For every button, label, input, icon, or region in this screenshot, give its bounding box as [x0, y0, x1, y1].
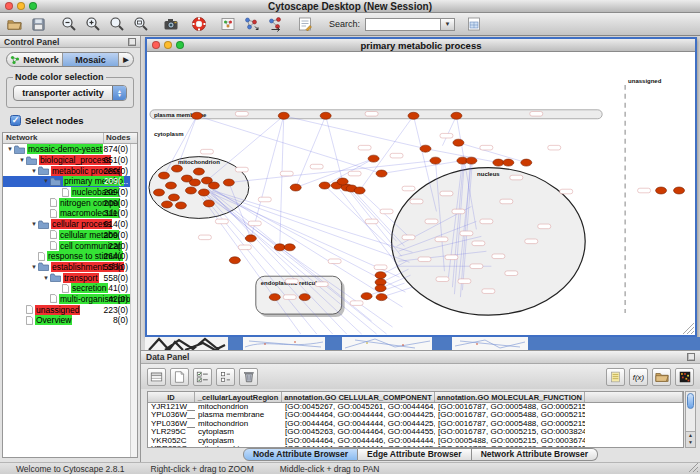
network-node[interactable]: [165, 182, 176, 189]
network-view-frame[interactable]: primary metabolic process plasma membran…: [145, 37, 697, 337]
table-cell[interactable]: [585, 437, 683, 445]
close-button[interactable]: [5, 2, 13, 10]
tab-overflow-arrow-icon[interactable]: ▶: [119, 53, 133, 66]
network-node[interactable]: [656, 187, 667, 194]
table-row[interactable]: YPL036W__2plasma membrane[GO:0044464, GO…: [148, 411, 683, 419]
network-node[interactable]: [319, 182, 330, 189]
save-icon[interactable]: [29, 15, 48, 34]
tree-item-response-to-stimulu[interactable]: response to stimulu264(0): [3, 251, 137, 262]
table-cell[interactable]: mitochondrion: [195, 420, 282, 428]
select-attributes-icon[interactable]: [193, 368, 212, 386]
disclosure-triangle-icon[interactable]: ▼: [30, 168, 38, 174]
help-lifering-icon[interactable]: [189, 15, 208, 34]
network-node[interactable]: [674, 187, 685, 194]
disclosure-triangle-icon[interactable]: ▼: [30, 264, 38, 270]
unselect-attributes-icon[interactable]: [216, 368, 235, 386]
table-cell[interactable]: [GO:0016787, GO:0005488, GO:0005215, G..…: [435, 403, 585, 411]
network-node[interactable]: [284, 244, 295, 251]
delete-attribute-icon[interactable]: [239, 368, 258, 386]
table-cell[interactable]: YKR052C: [148, 437, 195, 445]
tree-item-establishment-of-lo[interactable]: ▼establishment of lo558(0): [3, 262, 137, 273]
network-node[interactable]: [375, 272, 386, 279]
network-node[interactable]: [175, 202, 186, 209]
network-node[interactable]: [451, 112, 462, 119]
table-cell[interactable]: mitochondrion: [195, 403, 282, 411]
column-layout-icon[interactable]: [147, 368, 166, 386]
disclosure-triangle-icon[interactable]: ▼: [30, 221, 38, 227]
network-node[interactable]: [375, 285, 386, 292]
table-cell[interactable]: YPL036W__2: [148, 411, 195, 419]
layout-nodes-icon[interactable]: [242, 15, 261, 34]
table-row[interactable]: YPL036W__1mitochondrion[GO:0044464, GO:0…: [148, 420, 683, 428]
network-overview-icon[interactable]: [218, 15, 237, 34]
network-edge[interactable]: [210, 193, 400, 278]
tree-item-multi-organism-pro[interactable]: multi-organism pro42(0): [3, 294, 137, 305]
network-node[interactable]: [430, 157, 441, 164]
tree-item-overview[interactable]: Overview8(0): [3, 315, 137, 326]
table-column-header-annotation-go-cellular-component[interactable]: annotation.GO CELLULAR_COMPONENT: [282, 392, 435, 402]
table-cell[interactable]: [GO:0016787, GO:0005488, GO:0005215, G..…: [435, 411, 585, 419]
tree-item-mosaic-demo-yeast[interactable]: ▼mosaic-demo-yeast874(0): [3, 144, 137, 155]
network-node[interactable]: [493, 159, 504, 166]
tree-item-nitrogen-compo[interactable]: nitrogen compo209(0): [3, 197, 137, 208]
float-panel-icon[interactable]: [128, 38, 136, 46]
network-node[interactable]: [453, 139, 464, 146]
disclosure-triangle-icon[interactable]: ▼: [42, 178, 50, 184]
frame-zoom-button[interactable]: [176, 41, 184, 49]
table-row[interactable]: YJR121W__1mitochondrion[GO:0045267, GO:0…: [148, 403, 683, 411]
table-cell[interactable]: plasma membrane: [195, 411, 282, 419]
network-node[interactable]: [420, 145, 431, 152]
table-cell[interactable]: [GO:0045267, GO:0045261, GO:0044464, G..…: [282, 403, 435, 411]
disclosure-triangle-icon[interactable]: ▼: [6, 146, 14, 152]
tree-item-macromolecule[interactable]: macromolecule311(0): [3, 208, 137, 219]
network-node[interactable]: [171, 165, 182, 172]
attribute-table[interactable]: ID_cellularLayoutRegionannotation.GO CEL…: [147, 391, 684, 448]
network-node[interactable]: [368, 155, 379, 162]
search-dropdown-arrow-icon[interactable]: ▼: [441, 18, 455, 31]
network-node[interactable]: [153, 189, 164, 196]
table-cell[interactable]: YLR295C: [148, 428, 195, 436]
network-node[interactable]: [193, 168, 204, 175]
tree-item-primary-metabo[interactable]: ▼primary metabo209(...: [3, 176, 137, 187]
network-node[interactable]: [269, 294, 280, 301]
tree-item-transport[interactable]: ▼transport558(0): [3, 272, 137, 283]
tree-item-cellular-process[interactable]: ▼cellular process614(0): [3, 219, 137, 230]
search-input[interactable]: [365, 18, 441, 31]
table-cell[interactable]: [GO:0005488, GO:0005215, GO:0003674]: [435, 437, 585, 445]
tree-column-nodes[interactable]: Nodes: [104, 133, 137, 143]
network-node[interactable]: [278, 112, 289, 119]
disclosure-triangle-icon[interactable]: ▼: [42, 275, 50, 281]
network-edge[interactable]: [284, 116, 426, 149]
network-edge[interactable]: [325, 186, 395, 252]
table-cell[interactable]: [585, 428, 683, 436]
network-node[interactable]: [274, 244, 285, 251]
network-node[interactable]: [337, 178, 348, 185]
tab-edge-attribute-browser[interactable]: Edge Attribute Browser: [358, 448, 472, 461]
network-node[interactable]: [229, 257, 240, 264]
zoom-out-icon[interactable]: [59, 15, 78, 34]
function-builder-icon[interactable]: f(x): [629, 368, 648, 386]
tab-mosaic[interactable]: Mosaic: [63, 53, 119, 66]
attribute-browser-icon[interactable]: [464, 15, 483, 34]
network-node[interactable]: [158, 172, 169, 179]
import-attributes-icon[interactable]: [652, 368, 671, 386]
network-frame-titlebar[interactable]: primary metabolic process: [147, 39, 695, 52]
tree-item-biological-process[interactable]: ▼biological_process651(0): [3, 155, 137, 166]
table-cell[interactable]: [GO:0044464, GO:0044444, GO:0044425, G..…: [282, 420, 435, 428]
table-column-header-id[interactable]: ID: [148, 392, 195, 402]
network-node[interactable]: [354, 187, 365, 194]
network-node[interactable]: [521, 159, 532, 166]
table-row[interactable]: YKR052Ccytoplasm[GO:0044464, GO:0044446,…: [148, 437, 683, 445]
network-edge[interactable]: [382, 161, 463, 174]
table-column-header-annotation-go-molecular-function[interactable]: annotation.GO MOLECULAR_FUNCTION: [435, 392, 585, 402]
table-cell[interactable]: [GO:0045263, GO:0044464, GO:0044455, G..…: [282, 428, 435, 436]
node-color-dropdown[interactable]: transporter activity ▲▼: [13, 85, 127, 101]
window-resize-grip[interactable]: [688, 462, 699, 473]
scrollbar-thumb[interactable]: [687, 393, 694, 409]
table-row[interactable]: YLR295Ccytoplasm[GO:0045263, GO:0044464,…: [148, 428, 683, 436]
tree-item-metabolic-process[interactable]: ▼metabolic process280(0): [3, 165, 137, 176]
tree-item-secretion[interactable]: secretion41(0): [3, 283, 137, 294]
zoom-in-icon[interactable]: [83, 15, 102, 34]
table-cell[interactable]: [585, 411, 683, 419]
network-node[interactable]: [290, 184, 301, 191]
